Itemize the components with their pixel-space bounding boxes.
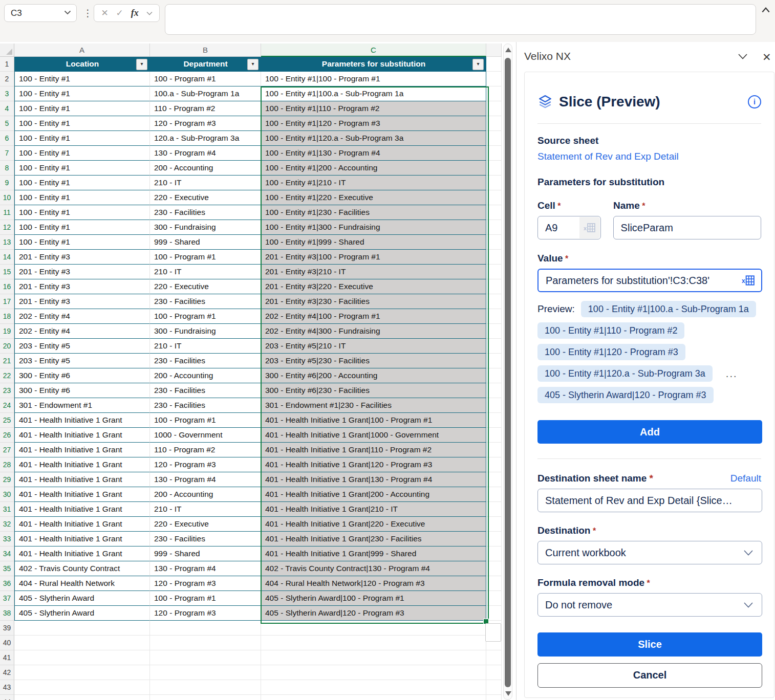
pick-range-button[interactable]: x (742, 275, 755, 286)
cell-location[interactable]: 401 - Health Initiative 1 Grant (14, 457, 150, 472)
filter-dropdown-icon[interactable]: ▾ (472, 59, 484, 70)
cell[interactable] (486, 502, 502, 517)
row-header[interactable]: 12 (0, 220, 14, 235)
cell-parameters[interactable]: 401 - Health Initiative 1 Grant|230 - Fa… (261, 532, 486, 546)
cell[interactable] (261, 695, 486, 700)
cell[interactable] (486, 472, 502, 487)
cell-parameters[interactable]: 100 - Entity #1|999 - Shared (261, 235, 486, 250)
cell-parameters[interactable]: 401 - Health Initiative 1 Grant|999 - Sh… (261, 546, 486, 561)
cancel-entry-icon[interactable]: ✕ (101, 8, 108, 18)
cell-parameters[interactable]: 100 - Entity #1|200 - Accounting (261, 161, 486, 176)
cell[interactable] (486, 591, 502, 606)
cell-parameters[interactable]: 100 - Entity #1|120.a - Sub-Program 3a (261, 131, 486, 146)
cell[interactable] (486, 131, 502, 146)
cell-department[interactable]: 120 - Program #3 (150, 576, 261, 591)
row-header[interactable]: 25 (0, 413, 14, 428)
row-header[interactable]: 33 (0, 532, 14, 546)
cell-parameters[interactable]: 404 - Rural Health Network|120 - Program… (261, 576, 486, 591)
cell[interactable] (486, 265, 502, 279)
cell-department[interactable]: 100 - Program #1 (150, 309, 261, 324)
cell-parameters[interactable]: 300 - Entity #6|200 - Accounting (261, 368, 486, 383)
collapse-formula-bar-icon[interactable] (761, 5, 771, 15)
cell-parameters[interactable]: 100 - Entity #1|220 - Executive (261, 190, 486, 205)
cell-location[interactable]: 100 - Entity #1 (14, 146, 150, 161)
cell[interactable] (486, 517, 502, 532)
chevron-down-icon[interactable] (146, 11, 153, 15)
row-header[interactable]: 43 (0, 680, 14, 695)
cell-location[interactable]: 201 - Entity #3 (14, 279, 150, 294)
cell-department[interactable]: 999 - Shared (150, 235, 261, 250)
close-icon[interactable]: ✕ (762, 51, 771, 63)
row-header[interactable]: 31 (0, 502, 14, 517)
scrollbar-thumb[interactable] (505, 58, 511, 687)
row-header[interactable]: 20 (0, 339, 14, 354)
cell-parameters[interactable]: 401 - Health Initiative 1 Grant|200 - Ac… (261, 487, 486, 502)
cell-location[interactable]: 401 - Health Initiative 1 Grant (14, 517, 150, 532)
cell[interactable] (261, 665, 486, 680)
select-all-corner[interactable] (0, 43, 14, 57)
cell[interactable] (486, 680, 502, 695)
cell[interactable] (486, 561, 502, 576)
cell-department[interactable]: 120 - Program #3 (150, 116, 261, 131)
cell[interactable] (486, 294, 502, 309)
cell-parameters[interactable]: 401 - Health Initiative 1 Grant|110 - Pr… (261, 443, 486, 457)
cell[interactable] (486, 546, 502, 561)
row-header[interactable]: 9 (0, 176, 14, 190)
cell-department[interactable]: 100 - Program #1 (150, 413, 261, 428)
cell[interactable] (486, 161, 502, 176)
row-header[interactable]: 42 (0, 665, 14, 680)
cell[interactable] (150, 650, 261, 665)
cell-parameters[interactable]: 401 - Health Initiative 1 Grant|210 - IT (261, 502, 486, 517)
cell-location[interactable]: 100 - Entity #1 (14, 220, 150, 235)
cell-location[interactable]: 401 - Health Initiative 1 Grant (14, 413, 150, 428)
cell[interactable] (150, 695, 261, 700)
cell-department[interactable]: 130 - Program #4 (150, 146, 261, 161)
cell[interactable] (486, 190, 502, 205)
row-header[interactable]: 3 (0, 86, 14, 101)
cell[interactable] (150, 636, 261, 650)
slice-button[interactable]: Slice (537, 632, 762, 657)
cell[interactable] (486, 324, 502, 339)
cell-department[interactable]: 300 - Fundraising (150, 324, 261, 339)
cell-parameters[interactable]: 402 - Travis County Contract|130 - Progr… (261, 561, 486, 576)
cell-department[interactable]: 230 - Facilities (150, 354, 261, 368)
cell-parameters[interactable]: 100 - Entity #1|100.a - Sub-Program 1a (261, 86, 486, 101)
cell[interactable] (261, 680, 486, 695)
cell-parameters[interactable]: 201 - Entity #3|100 - Program #1 (261, 250, 486, 265)
column-header-d[interactable] (486, 43, 502, 57)
row-header[interactable]: 17 (0, 294, 14, 309)
cell-parameters[interactable]: 300 - Entity #6|230 - Facilities (261, 383, 486, 398)
cell-parameters[interactable]: 405 - Slytherin Award|100 - Program #1 (261, 591, 486, 606)
cell-parameters[interactable]: 203 - Entity #5|230 - Facilities (261, 354, 486, 368)
cell-department[interactable]: 210 - IT (150, 502, 261, 517)
cell[interactable] (261, 621, 486, 636)
autofill-options-button[interactable] (485, 623, 501, 642)
cell-department[interactable]: 200 - Accounting (150, 161, 261, 176)
info-icon[interactable]: i (748, 95, 761, 108)
header-cell[interactable]: Location▾ (14, 57, 150, 72)
cell-input[interactable]: A9 x (537, 216, 601, 239)
cell-department[interactable]: 210 - IT (150, 265, 261, 279)
cell-department[interactable]: 220 - Executive (150, 517, 261, 532)
row-header[interactable]: 22 (0, 368, 14, 383)
cell-parameters[interactable]: 401 - Health Initiative 1 Grant|120 - Pr… (261, 457, 486, 472)
cell-location[interactable]: 401 - Health Initiative 1 Grant (14, 472, 150, 487)
cell-parameters[interactable]: 405 - Slytherin Award|120 - Program #3 (261, 606, 486, 621)
cell[interactable] (486, 695, 502, 700)
cell-location[interactable]: 401 - Health Initiative 1 Grant (14, 487, 150, 502)
cell[interactable] (486, 176, 502, 190)
cell-location[interactable]: 203 - Entity #5 (14, 354, 150, 368)
cell[interactable] (486, 309, 502, 324)
header-cell[interactable]: Department▾ (150, 57, 261, 72)
column-header-c[interactable]: C (261, 43, 486, 57)
row-header[interactable]: 27 (0, 443, 14, 457)
cell-location[interactable]: 401 - Health Initiative 1 Grant (14, 546, 150, 561)
cell-department[interactable]: 1000 - Government (150, 428, 261, 443)
row-header[interactable]: 23 (0, 383, 14, 398)
cell-location[interactable]: 202 - Entity #4 (14, 324, 150, 339)
vertical-scrollbar[interactable] (503, 43, 512, 700)
row-header[interactable]: 34 (0, 546, 14, 561)
cell-location[interactable]: 402 - Travis County Contract (14, 561, 150, 576)
row-header[interactable]: 29 (0, 472, 14, 487)
cell-department[interactable]: 230 - Facilities (150, 383, 261, 398)
